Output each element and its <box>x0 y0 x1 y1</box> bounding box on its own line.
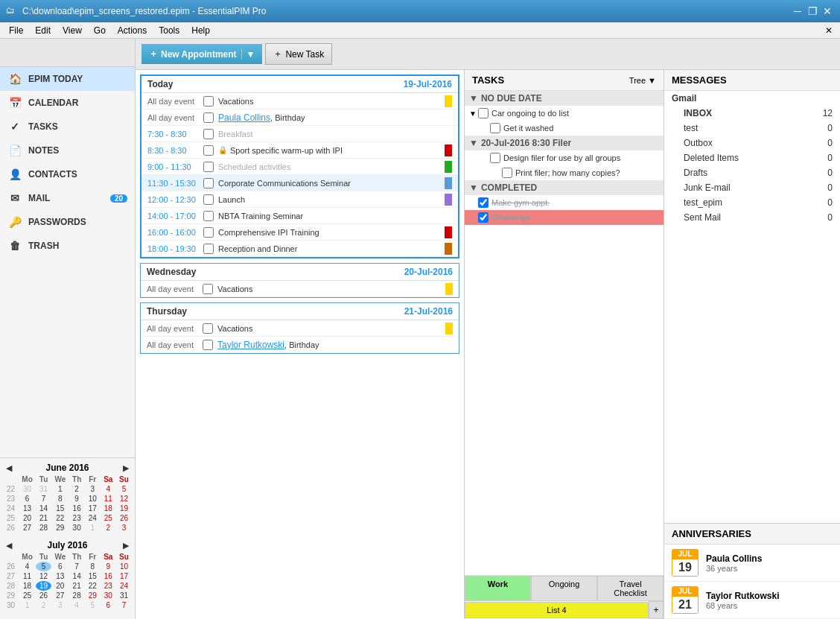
cal-day[interactable]: 5 <box>36 562 51 571</box>
appointment-checkbox[interactable] <box>203 211 214 221</box>
mini-cal-june-next[interactable]: ▶ <box>123 463 129 473</box>
cal-day[interactable]: 11 <box>101 494 116 504</box>
message-item[interactable]: test0 <box>664 121 840 136</box>
task-group-header[interactable]: ▼NO DUE DATE <box>465 91 664 106</box>
task-item[interactable]: ▼Car ongoing to do list <box>465 106 664 121</box>
close-button[interactable]: ✕ <box>821 4 834 18</box>
message-item[interactable]: Junk E-mail0 <box>664 180 840 195</box>
menu-help[interactable]: Help <box>185 24 216 37</box>
appointment-checkbox[interactable] <box>203 178 214 188</box>
sidebar-item-mail[interactable]: ✉ MAIL 20 <box>0 186 135 210</box>
cal-day[interactable]: 13 <box>51 571 69 581</box>
cal-day[interactable]: 28 <box>69 591 85 600</box>
menu-actions[interactable]: Actions <box>112 24 153 37</box>
cal-day[interactable]: 9 <box>69 494 85 504</box>
task-checkbox[interactable] <box>490 153 500 163</box>
sidebar-item-tasks[interactable]: ✓ TASKS <box>0 115 135 139</box>
tasks-tree-button[interactable]: Tree ▼ <box>629 76 656 85</box>
cal-day[interactable]: 14 <box>36 504 51 513</box>
task-group-header[interactable]: ▼20-Jul-2016 8:30 Filer <box>465 136 664 150</box>
appointment-row[interactable]: 18:00 - 19:30Reception and Dinner <box>141 241 458 257</box>
cal-day[interactable]: 4 <box>69 600 85 610</box>
menu-tools[interactable]: Tools <box>153 24 185 37</box>
cal-day[interactable]: 6 <box>51 562 69 571</box>
appointment-checkbox[interactable] <box>203 96 214 107</box>
cal-day[interactable]: 29 <box>51 523 69 533</box>
cal-day[interactable]: 22 <box>85 581 101 591</box>
cal-day[interactable]: 30 <box>19 484 36 494</box>
cal-day[interactable]: 3 <box>51 600 69 610</box>
sidebar-item-epim-today[interactable]: 🏠 EPIM TODAY <box>0 67 135 91</box>
cal-day[interactable]: 12 <box>36 571 51 581</box>
appointment-row[interactable]: 14:00 - 17:00NBTA Training Seminar <box>141 208 458 224</box>
cal-day[interactable]: 23 <box>101 581 116 591</box>
task-checkbox[interactable] <box>478 108 489 118</box>
cal-day[interactable]: 16 <box>101 571 116 581</box>
new-appointment-button[interactable]: ＋ New Appointment ▼ <box>141 44 262 64</box>
anniversary-item[interactable]: JUL21Taylor Rutkowski68 years <box>664 582 840 619</box>
sidebar-item-contacts[interactable]: 👤 CONTACTS <box>0 162 135 186</box>
tab-add-button[interactable]: + <box>649 601 664 619</box>
cal-day[interactable]: 8 <box>51 494 69 504</box>
cal-day[interactable]: 6 <box>101 600 116 610</box>
cal-day[interactable]: 2 <box>101 523 116 533</box>
appointment-link[interactable]: Taylor Rutkowski <box>217 340 284 350</box>
task-item[interactable]: Get it washed <box>465 121 664 136</box>
task-checkbox[interactable] <box>478 197 489 208</box>
cal-day[interactable]: 31 <box>116 591 132 600</box>
cal-day[interactable]: 18 <box>19 581 36 591</box>
message-item[interactable]: test_epim0 <box>664 195 840 210</box>
cal-day[interactable]: 26 <box>36 591 51 600</box>
cal-day[interactable]: 6 <box>19 494 36 504</box>
tab-work[interactable]: Work <box>465 576 531 601</box>
task-checkbox[interactable] <box>478 212 489 223</box>
appointment-row[interactable]: 11:30 - 15:30Corporate Communications Se… <box>141 175 458 191</box>
cal-day[interactable]: 1 <box>85 523 101 533</box>
task-item[interactable]: Make gym appt. <box>465 195 664 210</box>
restore-button[interactable]: ❐ <box>806 4 819 18</box>
cal-day[interactable]: 17 <box>116 571 132 581</box>
appointment-row[interactable]: All day eventPaula Collins, Birthday <box>141 109 458 126</box>
task-checkbox[interactable] <box>502 168 512 178</box>
cal-day[interactable]: 7 <box>69 562 85 571</box>
appointment-checkbox[interactable] <box>203 284 213 294</box>
sidebar-item-notes[interactable]: 📄 NOTES <box>0 139 135 162</box>
appointment-row[interactable]: All day eventVacations <box>141 93 458 109</box>
message-item[interactable]: INBOX12 <box>664 106 840 121</box>
cal-day[interactable]: 30 <box>101 591 116 600</box>
mini-cal-june-prev[interactable]: ◀ <box>6 463 12 473</box>
task-item[interactable]: Print filer; how many copies? <box>465 165 664 180</box>
sidebar-item-calendar[interactable]: 📅 CALENDAR <box>0 91 135 115</box>
task-item[interactable]: Oil change <box>465 210 664 225</box>
appointment-checkbox[interactable] <box>203 340 213 350</box>
cal-day[interactable]: 13 <box>19 504 36 513</box>
appointment-row[interactable]: 12:00 - 12:30Launch <box>141 191 458 208</box>
cal-day[interactable]: 23 <box>69 513 85 523</box>
appointment-checkbox[interactable] <box>203 112 214 123</box>
menu-view[interactable]: View <box>57 24 88 37</box>
task-group-header[interactable]: ▼COMPLETED <box>465 180 664 195</box>
cal-day[interactable]: 7 <box>36 494 51 504</box>
cal-day[interactable]: 20 <box>51 581 69 591</box>
cal-day[interactable]: 4 <box>19 562 36 571</box>
cal-day[interactable]: 12 <box>116 494 132 504</box>
cal-day[interactable]: 25 <box>19 591 36 600</box>
appointment-checkbox[interactable] <box>203 129 214 139</box>
cal-day[interactable]: 5 <box>85 600 101 610</box>
cal-day[interactable]: 14 <box>69 571 85 581</box>
message-item[interactable]: Gmail <box>664 91 840 106</box>
task-checkbox[interactable] <box>490 123 500 133</box>
cal-day[interactable]: 10 <box>116 562 132 571</box>
message-item[interactable]: Drafts0 <box>664 165 840 180</box>
cal-day[interactable]: 15 <box>85 571 101 581</box>
mini-cal-july-next[interactable]: ▶ <box>123 541 129 550</box>
appointment-row[interactable]: 8:30 - 8:30🔒Sport specific warm-up with … <box>141 142 458 159</box>
cal-day[interactable]: 25 <box>101 513 116 523</box>
cal-day[interactable]: 19 <box>116 504 132 513</box>
appointment-row[interactable]: 9:00 - 11:30Scheduled activities <box>141 159 458 175</box>
message-item[interactable]: Sent Mail0 <box>664 210 840 225</box>
menu-edit[interactable]: Edit <box>29 24 57 37</box>
sidebar-item-passwords[interactable]: 🔑 PASSWORDS <box>0 210 135 234</box>
cal-day[interactable]: 3 <box>85 484 101 494</box>
task-expander-icon[interactable]: ▼ <box>469 109 478 118</box>
